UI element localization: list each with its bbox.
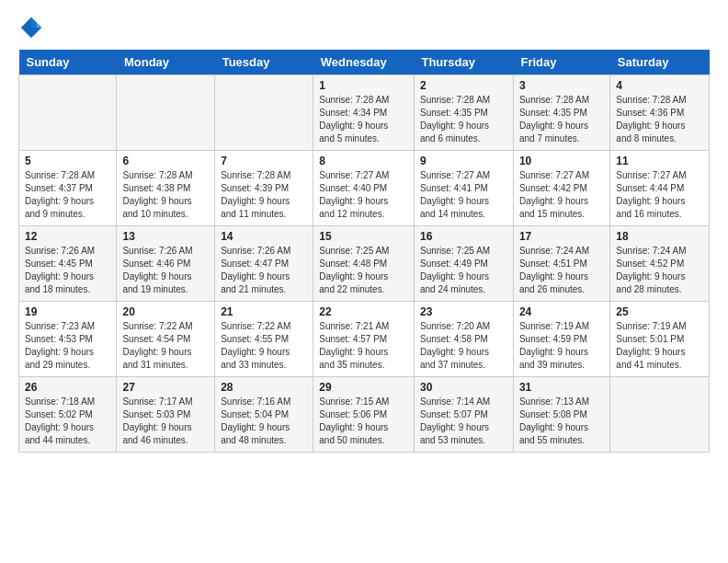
week-row-3: 19Sunrise: 7:23 AM Sunset: 4:53 PM Dayli… (19, 302, 710, 377)
calendar-cell (610, 377, 710, 453)
day-number: 23 (420, 305, 507, 318)
day-number: 29 (319, 381, 408, 394)
header-monday: Monday (117, 50, 215, 75)
cell-content: Sunrise: 7:27 AM Sunset: 4:40 PM Dayligh… (319, 169, 408, 221)
week-row-1: 5Sunrise: 7:28 AM Sunset: 4:37 PM Daylig… (19, 151, 710, 226)
calendar-cell: 26Sunrise: 7:18 AM Sunset: 5:02 PM Dayli… (19, 377, 117, 453)
week-row-4: 26Sunrise: 7:18 AM Sunset: 5:02 PM Dayli… (19, 377, 710, 453)
week-row-0: 1Sunrise: 7:28 AM Sunset: 4:34 PM Daylig… (19, 75, 710, 151)
page-header (18, 15, 710, 40)
day-number: 24 (519, 305, 604, 318)
calendar-cell: 20Sunrise: 7:22 AM Sunset: 4:54 PM Dayli… (117, 302, 215, 377)
header-wednesday: Wednesday (313, 50, 415, 75)
calendar-cell: 5Sunrise: 7:28 AM Sunset: 4:37 PM Daylig… (19, 151, 117, 226)
day-number: 5 (25, 155, 110, 167)
calendar-cell: 27Sunrise: 7:17 AM Sunset: 5:03 PM Dayli… (117, 377, 215, 453)
day-number: 12 (25, 230, 110, 243)
cell-content: Sunrise: 7:27 AM Sunset: 4:41 PM Dayligh… (420, 169, 507, 221)
cell-content: Sunrise: 7:13 AM Sunset: 5:08 PM Dayligh… (519, 396, 604, 447)
cell-content: Sunrise: 7:25 AM Sunset: 4:49 PM Dayligh… (420, 245, 507, 296)
cell-content: Sunrise: 7:22 AM Sunset: 4:55 PM Dayligh… (221, 320, 307, 372)
day-number: 10 (519, 155, 604, 167)
cell-content: Sunrise: 7:24 AM Sunset: 4:51 PM Dayligh… (519, 245, 604, 296)
calendar-cell: 11Sunrise: 7:27 AM Sunset: 4:44 PM Dayli… (610, 151, 710, 226)
calendar-cell (19, 75, 117, 151)
calendar-cell: 15Sunrise: 7:25 AM Sunset: 4:48 PM Dayli… (313, 226, 415, 302)
svg-marker-2 (37, 22, 42, 28)
calendar-cell: 31Sunrise: 7:13 AM Sunset: 5:08 PM Dayli… (513, 377, 609, 453)
day-number: 20 (122, 305, 209, 318)
calendar-cell: 13Sunrise: 7:26 AM Sunset: 4:46 PM Dayli… (117, 226, 215, 302)
calendar-cell: 29Sunrise: 7:15 AM Sunset: 5:06 PM Dayli… (313, 377, 415, 453)
day-number: 26 (25, 381, 110, 394)
day-number: 17 (519, 230, 604, 243)
calendar-cell: 19Sunrise: 7:23 AM Sunset: 4:53 PM Dayli… (19, 302, 117, 377)
calendar-cell: 9Sunrise: 7:27 AM Sunset: 4:41 PM Daylig… (414, 151, 513, 226)
calendar-cell: 16Sunrise: 7:25 AM Sunset: 4:49 PM Dayli… (414, 226, 513, 302)
calendar-cell: 6Sunrise: 7:28 AM Sunset: 4:38 PM Daylig… (117, 151, 215, 226)
day-number: 18 (616, 230, 703, 243)
cell-content: Sunrise: 7:19 AM Sunset: 5:01 PM Dayligh… (616, 320, 703, 372)
calendar-cell: 21Sunrise: 7:22 AM Sunset: 4:55 PM Dayli… (215, 302, 313, 377)
day-number: 30 (420, 381, 507, 394)
cell-content: Sunrise: 7:28 AM Sunset: 4:38 PM Dayligh… (122, 169, 209, 221)
logo-icon (18, 15, 44, 40)
day-number: 14 (221, 230, 307, 243)
calendar-table: SundayMondayTuesdayWednesdayThursdayFrid… (18, 50, 710, 453)
calendar-cell: 22Sunrise: 7:21 AM Sunset: 4:57 PM Dayli… (313, 302, 415, 377)
cell-content: Sunrise: 7:28 AM Sunset: 4:34 PM Dayligh… (319, 94, 408, 145)
calendar-cell: 3Sunrise: 7:28 AM Sunset: 4:35 PM Daylig… (513, 75, 609, 151)
header-thursday: Thursday (414, 50, 513, 75)
calendar-cell: 23Sunrise: 7:20 AM Sunset: 4:58 PM Dayli… (414, 302, 513, 377)
calendar-cell: 25Sunrise: 7:19 AM Sunset: 5:01 PM Dayli… (610, 302, 710, 377)
cell-content: Sunrise: 7:17 AM Sunset: 5:03 PM Dayligh… (122, 396, 209, 447)
day-number: 11 (616, 155, 703, 167)
calendar-cell (215, 75, 313, 151)
cell-content: Sunrise: 7:28 AM Sunset: 4:36 PM Dayligh… (616, 94, 703, 145)
cell-content: Sunrise: 7:21 AM Sunset: 4:57 PM Dayligh… (319, 320, 408, 372)
cell-content: Sunrise: 7:25 AM Sunset: 4:48 PM Dayligh… (319, 245, 408, 296)
day-number: 2 (420, 79, 507, 92)
calendar-cell: 1Sunrise: 7:28 AM Sunset: 4:34 PM Daylig… (313, 75, 415, 151)
svg-marker-1 (31, 17, 41, 28)
cell-content: Sunrise: 7:16 AM Sunset: 5:04 PM Dayligh… (221, 396, 307, 447)
calendar-cell: 4Sunrise: 7:28 AM Sunset: 4:36 PM Daylig… (610, 75, 710, 151)
calendar-cell: 8Sunrise: 7:27 AM Sunset: 4:40 PM Daylig… (313, 151, 415, 226)
cell-content: Sunrise: 7:28 AM Sunset: 4:35 PM Dayligh… (519, 94, 604, 145)
day-number: 7 (221, 155, 307, 167)
calendar-cell: 18Sunrise: 7:24 AM Sunset: 4:52 PM Dayli… (610, 226, 710, 302)
calendar-cell (117, 75, 215, 151)
day-number: 28 (221, 381, 307, 394)
logo (18, 15, 48, 40)
cell-content: Sunrise: 7:26 AM Sunset: 4:47 PM Dayligh… (221, 245, 307, 296)
cell-content: Sunrise: 7:20 AM Sunset: 4:58 PM Dayligh… (420, 320, 507, 372)
calendar-cell: 24Sunrise: 7:19 AM Sunset: 4:59 PM Dayli… (513, 302, 609, 377)
cell-content: Sunrise: 7:18 AM Sunset: 5:02 PM Dayligh… (25, 396, 110, 447)
calendar-body: 1Sunrise: 7:28 AM Sunset: 4:34 PM Daylig… (19, 75, 710, 453)
header-saturday: Saturday (610, 50, 710, 75)
cell-content: Sunrise: 7:24 AM Sunset: 4:52 PM Dayligh… (616, 245, 703, 296)
calendar-cell: 2Sunrise: 7:28 AM Sunset: 4:35 PM Daylig… (414, 75, 513, 151)
day-number: 1 (319, 79, 408, 92)
day-number: 15 (319, 230, 408, 243)
calendar-cell: 12Sunrise: 7:26 AM Sunset: 4:45 PM Dayli… (19, 226, 117, 302)
calendar-cell: 28Sunrise: 7:16 AM Sunset: 5:04 PM Dayli… (215, 377, 313, 453)
header-sunday: Sunday (19, 50, 117, 75)
day-number: 21 (221, 305, 307, 318)
day-number: 13 (122, 230, 209, 243)
day-number: 6 (122, 155, 209, 167)
cell-content: Sunrise: 7:28 AM Sunset: 4:39 PM Dayligh… (221, 169, 307, 221)
header-friday: Friday (513, 50, 609, 75)
calendar-cell: 10Sunrise: 7:27 AM Sunset: 4:42 PM Dayli… (513, 151, 609, 226)
day-number: 9 (420, 155, 507, 167)
day-number: 31 (519, 381, 604, 394)
cell-content: Sunrise: 7:27 AM Sunset: 4:42 PM Dayligh… (519, 169, 604, 221)
day-number: 27 (122, 381, 209, 394)
cell-content: Sunrise: 7:15 AM Sunset: 5:06 PM Dayligh… (319, 396, 408, 447)
day-number: 22 (319, 305, 408, 318)
cell-content: Sunrise: 7:26 AM Sunset: 4:46 PM Dayligh… (122, 245, 209, 296)
day-number: 3 (519, 79, 604, 92)
day-number: 4 (616, 79, 703, 92)
calendar-cell: 17Sunrise: 7:24 AM Sunset: 4:51 PM Dayli… (513, 226, 609, 302)
day-number: 16 (420, 230, 507, 243)
